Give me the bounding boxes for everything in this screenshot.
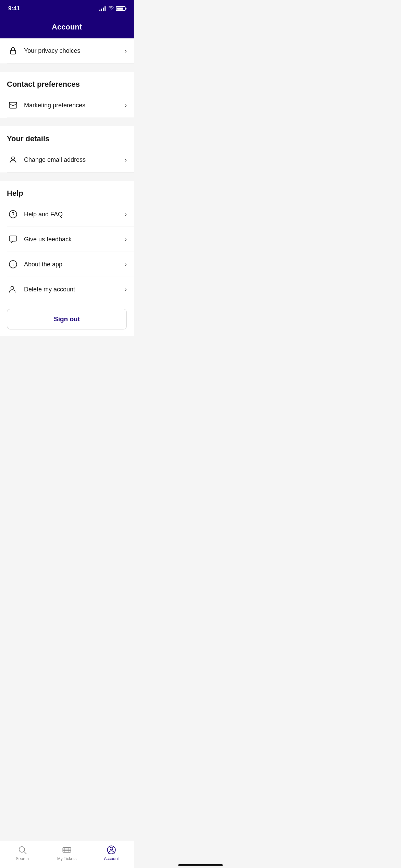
marketing-preferences-label: Marketing preferences (24, 102, 125, 109)
svg-point-9 (11, 286, 14, 289)
contact-preferences-heading: Contact preferences (0, 72, 134, 93)
spacer (0, 63, 134, 72)
svg-point-3 (9, 210, 17, 218)
contact-preferences-section: Contact preferences Marketing preference… (0, 72, 134, 118)
your-details-section: Your details Change email address › (0, 126, 134, 172)
delete-account-item[interactable]: Delete my account › (0, 277, 134, 302)
person-icon (7, 154, 19, 166)
chevron-right-icon: › (125, 286, 127, 293)
help-faq-label: Help and FAQ (24, 211, 125, 218)
status-time: 9:41 (8, 5, 20, 12)
help-section: Help Help and FAQ › Give us feedback (0, 181, 134, 302)
chevron-right-icon: › (125, 211, 127, 218)
page-title: Account (52, 23, 82, 31)
svg-point-2 (12, 157, 15, 160)
status-bar: 9:41 (0, 0, 134, 17)
page-content: Your privacy choices › Contact preferenc… (0, 38, 134, 371)
svg-rect-5 (9, 236, 17, 241)
chevron-right-icon: › (125, 102, 127, 109)
feedback-label: Give us feedback (24, 236, 125, 243)
chevron-right-icon: › (125, 156, 127, 164)
chevron-right-icon: › (125, 236, 127, 243)
chat-icon (7, 233, 19, 245)
sign-out-button[interactable]: Sign out (7, 309, 127, 329)
signal-icon (99, 6, 106, 11)
about-app-item[interactable]: About the app › (0, 252, 134, 277)
info-icon (7, 258, 19, 270)
wifi-icon (108, 6, 114, 11)
chevron-right-icon: › (125, 47, 127, 55)
marketing-preferences-item[interactable]: Marketing preferences › (0, 93, 134, 118)
privacy-choices-item[interactable]: Your privacy choices › (0, 38, 134, 63)
chevron-right-icon: › (125, 261, 127, 268)
svg-point-8 (13, 263, 13, 263)
privacy-choices-label: Your privacy choices (24, 47, 125, 55)
privacy-section: Your privacy choices › (0, 38, 134, 63)
svg-rect-0 (10, 50, 15, 54)
change-email-label: Change email address (24, 156, 125, 164)
spacer (0, 172, 134, 181)
sign-out-container: Sign out (0, 302, 134, 336)
svg-point-4 (13, 216, 13, 217)
svg-rect-1 (9, 102, 17, 108)
help-heading: Help (0, 181, 134, 202)
your-details-heading: Your details (0, 126, 134, 147)
page-header: Account (0, 17, 134, 38)
spacer (0, 118, 134, 126)
battery-icon (116, 6, 125, 11)
delete-account-label: Delete my account (24, 286, 125, 293)
status-icons (99, 6, 125, 11)
lock-icon (7, 45, 19, 57)
about-app-label: About the app (24, 261, 125, 268)
envelope-icon (7, 99, 19, 111)
feedback-item[interactable]: Give us feedback › (0, 227, 134, 252)
question-icon (7, 208, 19, 220)
person-delete-icon (7, 283, 19, 296)
help-faq-item[interactable]: Help and FAQ › (0, 202, 134, 227)
change-email-item[interactable]: Change email address › (0, 147, 134, 172)
